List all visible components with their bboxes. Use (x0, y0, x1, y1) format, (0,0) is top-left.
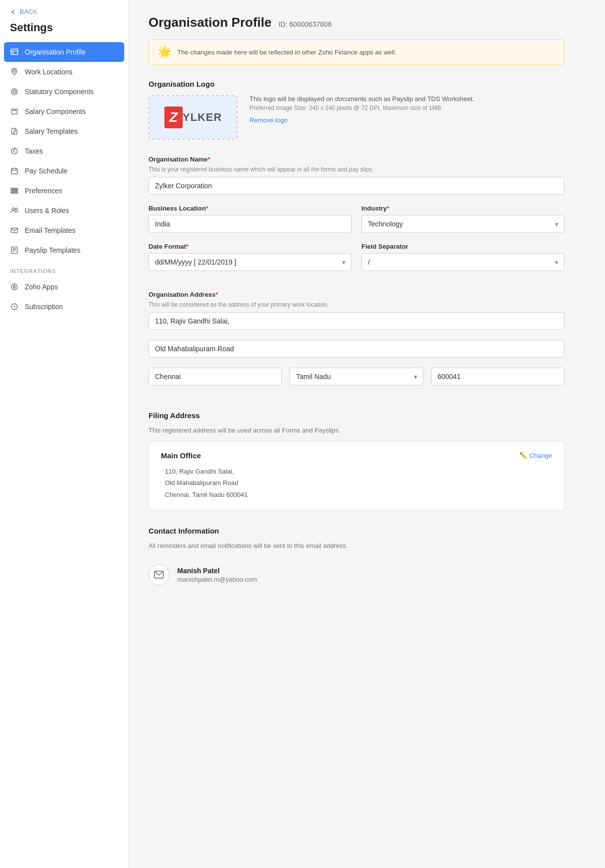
sidebar-item-statutory-components[interactable]: Statutory Components (0, 82, 128, 102)
notice-text: The changes made here will be reflected … (177, 49, 397, 56)
date-format-label: Date Format* (149, 243, 352, 250)
city-state-pin-row: Tamil Nadu (149, 368, 564, 395)
sidebar: BACK Settings Organisation Profile Work … (0, 0, 129, 868)
sidebar-item-pay-schedule[interactable]: Pay Schedule (0, 161, 128, 181)
integrations-label: INTEGRATIONS (0, 260, 128, 277)
page-id: ID: 60000637806 (279, 20, 332, 28)
org-name-desc: This is your registered business name wh… (149, 166, 564, 173)
filing-line3: Chennai, Tamil Nadu 600041 (165, 489, 552, 500)
svg-point-24 (15, 208, 17, 210)
org-name-label: Organisation Name* (149, 156, 564, 163)
back-button[interactable]: BACK (0, 0, 128, 19)
svg-point-10 (11, 148, 17, 154)
svg-point-5 (13, 90, 16, 93)
main-content: Organisation Profile ID: 60000637806 🌟 T… (129, 0, 605, 868)
contact-title: Contact Information (149, 527, 564, 535)
logo-image: Z YLKER (150, 96, 237, 139)
location-industry-row: Business Location* Industry* Technology (149, 205, 564, 243)
svg-rect-7 (12, 110, 16, 111)
business-location-field: Business Location* (149, 205, 352, 233)
filing-line1: 110, Rajiv Gandhi Salai, (165, 466, 552, 477)
org-address-label: Organisation Address* (149, 291, 564, 298)
filing-address-desc: This registered address will be used acr… (149, 427, 564, 434)
date-format-field: Date Format* dd/MM/yyyy [ 22/01/2019 ] (149, 243, 352, 271)
sidebar-item-label: Email Templates (25, 226, 75, 234)
page-title: Organisation Profile (149, 15, 272, 30)
sidebar-item-subscription[interactable]: Subscription (0, 297, 128, 317)
sidebar-item-label: Payslip Templates (25, 246, 81, 254)
industry-select-wrapper: Technology (361, 215, 564, 233)
sidebar-item-label: Organisation Profile (25, 48, 86, 56)
filing-card: Main Office ✏️ Change 110, Rajiv Gandhi … (149, 441, 564, 511)
logo-area: Z YLKER This logo will be displayed on d… (149, 95, 564, 140)
sidebar-item-work-locations[interactable]: Work Locations (0, 62, 128, 82)
svg-point-4 (11, 89, 17, 95)
address-line2-input[interactable] (149, 340, 564, 358)
org-address-desc: This will be considered as the address o… (149, 301, 564, 308)
state-select-wrapper: Tamil Nadu (290, 368, 423, 385)
filing-address-section: Filing Address This registered address w… (149, 411, 564, 511)
filing-address-text: 110, Rajiv Gandhi Salai, Old Mahabalipur… (161, 466, 552, 500)
notice-banner: 🌟 The changes made here will be reflecte… (149, 39, 564, 65)
contact-desc: All reminders and email notifications wi… (149, 542, 564, 549)
page-header: Organisation Profile ID: 60000637806 (149, 15, 564, 30)
org-name-input[interactable] (149, 177, 564, 195)
sidebar-item-salary-templates[interactable]: Salary Templates (0, 121, 128, 141)
sidebar-item-label: Pay Schedule (25, 167, 67, 175)
svg-point-3 (13, 70, 16, 72)
sidebar-item-label: Preferences (25, 187, 62, 195)
back-label: BACK (20, 8, 37, 15)
sidebar-item-zoho-apps[interactable]: Zoho Apps (0, 277, 128, 297)
field-separator-select-wrapper: / (361, 253, 564, 271)
zylker-logo: Z YLKER (164, 107, 222, 128)
city-input[interactable] (149, 368, 282, 385)
industry-select[interactable]: Technology (361, 215, 564, 233)
sidebar-item-payslip-templates[interactable]: Payslip Templates (0, 240, 128, 260)
svg-point-22 (12, 192, 14, 194)
settings-title: Settings (0, 19, 128, 42)
email-templates-icon (10, 226, 19, 235)
contact-section: Contact Information All reminders and em… (149, 527, 564, 593)
address-line1-input[interactable] (149, 312, 564, 330)
logo-info: This logo will be displayed on documents… (250, 95, 474, 124)
contact-card: Manish Patel manishpatel.m@yahoo.com (149, 556, 564, 593)
back-arrow-icon (10, 8, 17, 15)
date-format-select[interactable]: dd/MM/yyyy [ 22/01/2019 ] (149, 253, 352, 271)
change-address-button[interactable]: ✏️ Change (519, 452, 552, 459)
sidebar-item-label: Taxes (25, 147, 43, 155)
sidebar-item-organisation-profile[interactable]: Organisation Profile (4, 42, 124, 62)
contact-info: Manish Patel manishpatel.m@yahoo.com (177, 567, 257, 583)
preferences-icon (10, 186, 19, 195)
svg-point-20 (12, 188, 14, 190)
sidebar-item-label: Work Locations (25, 68, 72, 76)
city-field (149, 368, 282, 385)
sidebar-item-label: Subscription (25, 303, 63, 311)
contact-email-icon (149, 564, 169, 585)
sidebar-item-preferences[interactable]: Preferences (0, 181, 128, 201)
sidebar-item-email-templates[interactable]: Email Templates (0, 220, 128, 240)
logo-section-title: Organisation Logo (149, 80, 564, 88)
svg-point-23 (12, 208, 15, 211)
svg-rect-2 (12, 52, 14, 54)
remove-logo-link[interactable]: Remove logo (250, 116, 288, 124)
svg-point-11 (13, 150, 14, 151)
org-name-field: Organisation Name* This is your register… (149, 156, 564, 195)
business-location-input[interactable] (149, 215, 352, 233)
salary-templates-icon (10, 127, 19, 136)
svg-point-21 (15, 190, 17, 192)
date-separator-row: Date Format* dd/MM/yyyy [ 22/01/2019 ] F… (149, 243, 564, 281)
logo-section: Organisation Logo Z YLKER This logo will… (149, 80, 564, 140)
taxes-icon (10, 147, 19, 156)
sidebar-item-taxes[interactable]: Taxes (0, 141, 128, 161)
sidebar-item-salary-components[interactable]: Salary Components (0, 102, 128, 121)
state-select[interactable]: Tamil Nadu (290, 368, 423, 385)
pincode-input[interactable] (431, 368, 564, 385)
field-separator-select[interactable]: / (361, 253, 564, 271)
pay-schedule-icon (10, 166, 19, 175)
logo-info-text: This logo will be displayed on documents… (250, 95, 474, 103)
svg-rect-0 (11, 49, 18, 54)
org-profile-icon (10, 48, 19, 56)
org-address-section: Organisation Address* This will be consi… (149, 291, 564, 395)
date-format-select-wrapper: dd/MM/yyyy [ 22/01/2019 ] (149, 253, 352, 271)
sidebar-item-users-roles[interactable]: Users & Roles (0, 201, 128, 220)
